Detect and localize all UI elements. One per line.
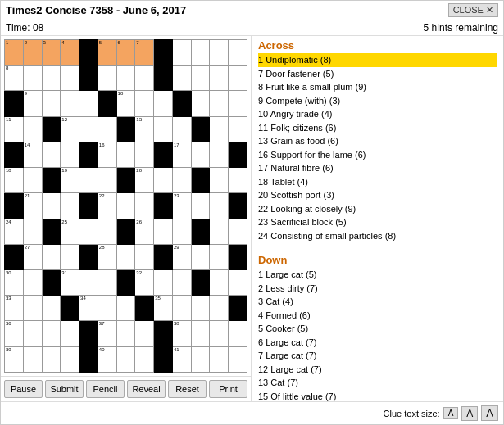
grid-cell[interactable]	[23, 66, 42, 91]
grid-cell[interactable]	[172, 219, 191, 244]
grid-cell[interactable]: 22	[98, 193, 116, 219]
grid-cell[interactable]	[210, 346, 229, 372]
grid-cell[interactable]	[210, 269, 229, 295]
grid-cell[interactable]	[61, 321, 79, 346]
grid-cell[interactable]	[116, 142, 135, 167]
grid-cell[interactable]	[42, 91, 61, 116]
grid-cell[interactable]: 37	[98, 321, 116, 346]
grid-cell[interactable]	[191, 91, 210, 116]
grid-cell[interactable]: 1	[5, 40, 24, 66]
grid-cell[interactable]: 21	[23, 193, 42, 219]
grid-cell[interactable]	[172, 66, 191, 91]
grid-cell[interactable]	[154, 219, 173, 244]
grid-cell[interactable]	[23, 116, 42, 142]
size-small-button[interactable]: A	[443, 407, 459, 419]
grid-cell[interactable]	[229, 40, 247, 66]
clue-item[interactable]: 23 Sacrificial block (5)	[258, 215, 497, 229]
grid-cell[interactable]	[229, 116, 247, 142]
grid-cell[interactable]	[116, 321, 135, 346]
grid-cell[interactable]	[116, 193, 135, 219]
grid-cell[interactable]: 28	[98, 244, 116, 269]
close-button[interactable]: CLOSE ✕	[448, 3, 498, 17]
grid-cell[interactable]	[79, 219, 98, 244]
grid-cell[interactable]: 9	[23, 91, 42, 116]
grid-cell[interactable]	[135, 66, 154, 91]
grid-cell[interactable]: 18	[5, 168, 24, 193]
grid-cell[interactable]: 14	[23, 142, 42, 167]
size-large-button[interactable]: A	[481, 405, 498, 421]
grid-cell[interactable]	[116, 296, 135, 321]
grid-cell[interactable]	[42, 142, 61, 167]
grid-cell[interactable]	[191, 142, 210, 167]
grid-cell[interactable]	[23, 269, 42, 295]
grid-cell[interactable]	[229, 91, 247, 116]
grid-cell[interactable]	[210, 91, 229, 116]
clue-item[interactable]: 16 Support for the lame (6)	[258, 148, 497, 162]
grid-cell[interactable]	[23, 346, 42, 372]
grid-cell[interactable]	[98, 219, 116, 244]
grid-cell[interactable]	[191, 346, 210, 372]
grid-cell[interactable]: 36	[5, 321, 24, 346]
grid-cell[interactable]	[210, 296, 229, 321]
grid-cell[interactable]	[135, 321, 154, 346]
grid-cell[interactable]	[79, 269, 98, 295]
reset-button[interactable]: Reset	[168, 380, 207, 398]
grid-cell[interactable]	[191, 296, 210, 321]
grid-cell[interactable]: 20	[135, 168, 154, 193]
grid-cell[interactable]	[98, 168, 116, 193]
grid-cell[interactable]	[210, 193, 229, 219]
grid-cell[interactable]: 11	[5, 116, 24, 142]
grid-cell[interactable]	[210, 66, 229, 91]
grid-cell[interactable]	[191, 66, 210, 91]
grid-cell[interactable]: 30	[5, 269, 24, 295]
grid-cell[interactable]	[210, 321, 229, 346]
grid-cell[interactable]	[98, 66, 116, 91]
clue-item[interactable]: 3 Cat (4)	[258, 295, 497, 309]
grid-cell[interactable]	[154, 269, 173, 295]
grid-cell[interactable]: 2	[23, 40, 42, 66]
clue-item[interactable]: 24 Consisting of small particles (8)	[258, 229, 497, 243]
clue-item[interactable]: 1 Large cat (5)	[258, 268, 497, 282]
clue-item[interactable]: 4 Formed (6)	[258, 309, 497, 323]
grid-cell[interactable]: 32	[135, 269, 154, 295]
size-medium-button[interactable]: A	[461, 406, 478, 421]
clue-item[interactable]: 7 Door fastener (5)	[258, 67, 497, 81]
grid-cell[interactable]	[229, 269, 247, 295]
clue-item[interactable]: 17 Natural fibre (6)	[258, 161, 497, 175]
grid-cell[interactable]	[42, 346, 61, 372]
grid-cell[interactable]: 33	[5, 296, 24, 321]
grid-cell[interactable]	[172, 116, 191, 142]
grid-cell[interactable]	[98, 116, 116, 142]
clue-item[interactable]: 22 Looking at closely (9)	[258, 202, 497, 216]
grid-cell[interactable]: 41	[172, 346, 191, 372]
grid-cell[interactable]	[61, 91, 79, 116]
clue-item[interactable]: 13 Grain as food (6)	[258, 134, 497, 148]
grid-cell[interactable]	[61, 66, 79, 91]
grid-cell[interactable]	[42, 296, 61, 321]
grid-cell[interactable]	[98, 296, 116, 321]
grid-cell[interactable]	[154, 168, 173, 193]
clue-item[interactable]: 5 Cooker (5)	[258, 322, 497, 336]
grid-cell[interactable]	[116, 244, 135, 269]
grid-cell[interactable]	[79, 91, 98, 116]
grid-cell[interactable]	[135, 193, 154, 219]
grid-cell[interactable]	[42, 193, 61, 219]
grid-cell[interactable]: 16	[98, 142, 116, 167]
clue-item[interactable]: 7 Large cat (7)	[258, 349, 497, 363]
grid-cell[interactable]	[42, 66, 61, 91]
grid-cell[interactable]	[191, 244, 210, 269]
grid-cell[interactable]: 19	[61, 168, 79, 193]
pencil-button[interactable]: Pencil	[86, 380, 125, 398]
grid-cell[interactable]: 23	[172, 193, 191, 219]
grid-cell[interactable]: 31	[61, 269, 79, 295]
grid-cell[interactable]: 25	[61, 219, 79, 244]
grid-cell[interactable]	[172, 296, 191, 321]
clue-item[interactable]: 9 Compete (with) (3)	[258, 94, 497, 108]
reveal-button[interactable]: Reveal	[127, 380, 166, 398]
grid-cell[interactable]	[191, 193, 210, 219]
grid-cell[interactable]	[61, 346, 79, 372]
clues-panel[interactable]: Across 1 Undiplomatic (8)7 Door fastener…	[251, 36, 503, 401]
grid-cell[interactable]	[172, 269, 191, 295]
grid-cell[interactable]: 5	[98, 40, 116, 66]
grid-cell[interactable]	[23, 296, 42, 321]
